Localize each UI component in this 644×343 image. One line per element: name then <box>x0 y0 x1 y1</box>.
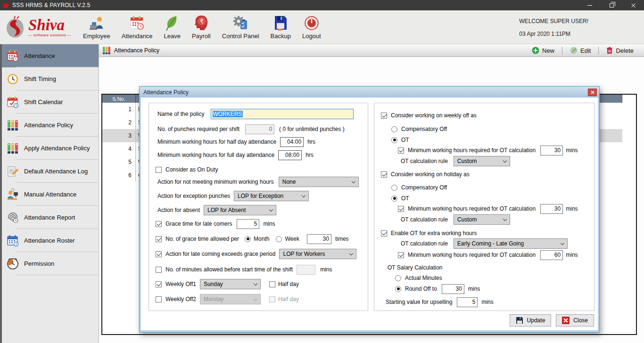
grace-time-label: Grace time for late comers <box>165 220 232 227</box>
chevron-down-icon <box>352 179 355 183</box>
round-off-radio[interactable] <box>395 286 401 292</box>
toolbar-item-control-panel[interactable]: Control Panel <box>222 15 259 40</box>
toolbar-item-attendance[interactable]: Attendance <box>122 15 153 40</box>
chevron-down-icon <box>269 207 273 211</box>
sidebar-item-permission[interactable]: Permission <box>2 252 99 275</box>
exception-punches-dropdown[interactable]: LOP for Exception <box>234 191 309 201</box>
month-radio[interactable] <box>245 236 251 242</box>
new-button[interactable]: New <box>524 47 562 54</box>
grace-times-input[interactable]: 30 <box>307 234 331 244</box>
restore-button[interactable] <box>601 0 622 10</box>
weekly-off1-dropdown[interactable]: Sunday <box>200 279 261 289</box>
toolbar-item-logout[interactable]: Logout <box>302 15 321 40</box>
hrs-unit: hrs <box>307 139 315 145</box>
extra-ot-checkbox[interactable] <box>381 230 387 237</box>
close-x-icon <box>562 317 570 324</box>
holiday-ot-radio[interactable] <box>391 196 397 202</box>
chevron-down-icon <box>302 193 305 197</box>
weekly-off1-checkbox[interactable] <box>156 281 162 287</box>
sidebar-item-manual-attendance[interactable]: Manual Attendance <box>2 183 99 206</box>
half-day-hours-input[interactable]: 04:00 <box>280 137 304 147</box>
mins-unit: mins <box>566 205 578 212</box>
late-exceeds-dropdown[interactable]: LOP for Workers <box>279 249 356 259</box>
sidebar-item-label: Permission <box>24 260 54 267</box>
sidebar-item-label: Attendance <box>24 52 55 59</box>
weekly-min-ot-input[interactable]: 30 <box>540 146 563 155</box>
sidebar-item-attendance-policy[interactable]: Attendance Policy <box>2 114 99 137</box>
punches-input[interactable]: 0 <box>245 124 274 134</box>
sidebar-item-label: Apply Attendance Policy <box>24 145 90 152</box>
page-actions: New Edit Delete <box>524 47 641 54</box>
chevron-down-icon <box>561 241 564 245</box>
extra-min-ot-checkbox[interactable] <box>398 252 404 258</box>
sidebar-item-apply-attendance-policy[interactable]: Apply Attendance Policy <box>2 137 99 160</box>
weekly-off1-label: Weekly Off1 <box>165 281 196 287</box>
sidebar-item-default-attendance-log[interactable]: Default Attendance Log <box>2 160 99 183</box>
upselling-input[interactable]: 5 <box>457 297 478 307</box>
weekly-off1-halfday-checkbox[interactable] <box>269 281 275 287</box>
toolbar-item-employee[interactable]: Employee <box>83 15 110 40</box>
edit-button[interactable]: Edit <box>562 47 598 54</box>
delete-button[interactable]: Delete <box>599 47 641 54</box>
weekly-ot-radio[interactable] <box>391 137 397 143</box>
mins-unit: mins <box>468 286 480 292</box>
attendance-icon <box>129 15 146 32</box>
update-button[interactable]: Update <box>510 314 552 327</box>
holiday-ot-rule-dropdown[interactable]: Custom <box>454 214 510 225</box>
cell-sno: 2 <box>102 116 136 129</box>
policy-name-input[interactable]: WORKERS <box>211 109 354 119</box>
punches-value: 0 <box>269 126 272 132</box>
attendance-policy-dialog: Attendance Policy Name of the policy WOR… <box>139 86 600 333</box>
weekly-off2-halfday-checkbox[interactable] <box>269 296 275 302</box>
weekly-off2-label: Weekly Off2 <box>165 296 196 302</box>
grace-time-checkbox[interactable] <box>156 221 162 227</box>
grace-time-input[interactable]: 5 <box>237 219 259 229</box>
not-meeting-dropdown[interactable]: None <box>279 177 359 187</box>
weekly-off-as-checkbox[interactable] <box>381 113 387 119</box>
logout-icon <box>303 15 320 32</box>
weekly-off2-checkbox[interactable] <box>156 296 162 302</box>
weekly-off-as-label: Consider working on weekly off as <box>391 112 477 119</box>
holiday-compoff-radio[interactable] <box>391 185 397 191</box>
weekly-ot-rule-dropdown[interactable]: Custom <box>454 156 510 166</box>
holiday-min-ot-input[interactable]: 30 <box>540 204 563 214</box>
round-off-input[interactable]: 30 <box>442 284 464 294</box>
delete-button-label: Delete <box>616 47 634 54</box>
actual-minutes-radio[interactable] <box>395 275 401 281</box>
toolbar-item-backup[interactable]: Backup <box>271 15 291 40</box>
sidebar-item-shift-timing[interactable]: Shift Timing <box>2 67 99 90</box>
week-radio[interactable] <box>276 236 282 242</box>
close-button[interactable]: Close <box>556 314 594 327</box>
late-exceeds-checkbox[interactable] <box>156 251 162 257</box>
toolbar-item-payroll[interactable]: ₹ Payroll <box>192 15 211 40</box>
chevron-down-icon <box>254 281 257 285</box>
dialog-close-button[interactable] <box>588 89 597 96</box>
round-off-value: 30 <box>455 286 462 292</box>
holiday-as-checkbox[interactable] <box>381 172 387 178</box>
late-exceeds-label: Action for late coming exceeds grace per… <box>165 251 275 257</box>
full-day-hours-input[interactable]: 08:00 <box>278 150 302 160</box>
weekly-min-ot-checkbox[interactable] <box>398 147 404 154</box>
sidebar-item-shift-calendar[interactable]: Shift Calendar <box>2 90 99 114</box>
mins-unit: mins <box>481 299 493 305</box>
sidebar-item-attendance-roster[interactable]: Attendance Roster <box>2 229 99 252</box>
close-window-button[interactable] <box>622 0 644 10</box>
upselling-value: 5 <box>472 299 476 305</box>
toolbar-item-label: Leave <box>164 33 181 40</box>
weekly-off2-dropdown[interactable]: Monday <box>200 294 261 304</box>
before-shift-checkbox[interactable] <box>156 267 162 273</box>
column-header-sno: S.No. <box>102 95 136 103</box>
before-shift-input[interactable] <box>297 265 315 275</box>
holiday-min-ot-checkbox[interactable] <box>398 206 404 212</box>
punches-label: No. of punches required per shift <box>157 126 239 132</box>
minimize-button[interactable] <box>579 0 601 10</box>
sidebar-item-attendance[interactable]: Attendance <box>2 44 99 67</box>
extra-min-ot-input[interactable]: 60 <box>540 250 563 260</box>
grace-allowed-checkbox[interactable] <box>156 236 162 242</box>
weekly-compoff-radio[interactable] <box>391 126 397 132</box>
toolbar-item-leave[interactable]: Leave <box>164 15 181 40</box>
sidebar-item-attendance-report[interactable]: Attendance Report <box>2 206 99 229</box>
on-duty-checkbox[interactable] <box>156 167 162 173</box>
absent-dropdown[interactable]: LOP for Absent <box>204 205 276 215</box>
extra-ot-rule-dropdown[interactable]: Early Coming - Late Going <box>454 238 568 249</box>
